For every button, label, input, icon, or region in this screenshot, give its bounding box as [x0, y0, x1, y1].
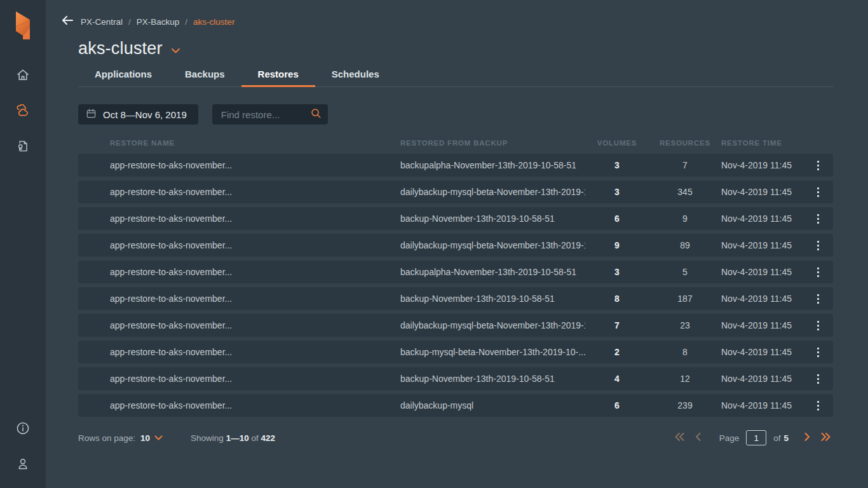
- search-input[interactable]: [221, 109, 310, 120]
- sidebar-item-home[interactable]: [0, 58, 46, 94]
- next-page-button[interactable]: [800, 431, 814, 445]
- row-actions-cell: [803, 158, 833, 173]
- kebab-menu-icon[interactable]: [803, 238, 833, 253]
- restores-table: Restore Name Restored From Backup Volume…: [78, 133, 833, 421]
- volumes-link[interactable]: 6: [614, 400, 620, 410]
- topbar: PX-Central/PX-Backup/aks-cluster: [61, 15, 833, 28]
- volumes-cell: 2: [585, 347, 649, 357]
- volumes-link[interactable]: 6: [614, 214, 620, 224]
- restored-from-backup-cell: backup-mysql-beta-November-13th-2019-10-…: [400, 347, 585, 357]
- portworx-logo[interactable]: [0, 3, 46, 48]
- tab-restores[interactable]: Restores: [241, 65, 315, 87]
- restored-from-backup-cell: backupalpha-November-13th-2019-10-58-51: [400, 160, 585, 170]
- resources-cell: 239: [649, 400, 721, 410]
- last-page-button[interactable]: [819, 431, 833, 445]
- rows-per-page-value: 10: [140, 433, 150, 443]
- chevron-left-icon: [695, 432, 702, 444]
- tab-backups[interactable]: Backups: [168, 65, 241, 87]
- rows-per-page-select[interactable]: Rows on page: 10: [78, 433, 163, 443]
- volumes-cell: 9: [585, 240, 649, 250]
- back-arrow-icon: [61, 15, 74, 28]
- chevron-right-icon: [804, 432, 811, 444]
- breadcrumb-separator: /: [185, 17, 187, 27]
- page-of-label: of: [773, 433, 780, 443]
- volumes-cell: 3: [585, 160, 649, 170]
- calendar-icon: [86, 108, 97, 121]
- restore-time-cell: Nov-4-2019 11:45: [721, 320, 803, 330]
- restore-time-cell: Nov-4-2019 11:45: [721, 374, 803, 384]
- sidebar-item-license[interactable]: [0, 130, 46, 165]
- table-row[interactable]: app-restore-to-aks-november...backup-Nov…: [78, 367, 833, 390]
- table-row[interactable]: app-restore-to-aks-november...backup-Nov…: [78, 207, 833, 230]
- row-actions-cell: [803, 372, 833, 386]
- rows-per-page-label: Rows on page:: [78, 433, 135, 443]
- volumes-link[interactable]: 3: [614, 160, 620, 170]
- volumes-link[interactable]: 3: [614, 187, 620, 197]
- kebab-menu-icon[interactable]: [803, 185, 833, 200]
- tab-bar: ApplicationsBackupsRestoresSchedules: [78, 65, 833, 87]
- double-chevron-left-icon: [674, 432, 685, 444]
- volumes-link[interactable]: 4: [614, 374, 620, 384]
- page-number-input[interactable]: [746, 430, 766, 445]
- cloud-backup-icon: [15, 102, 31, 121]
- sidebar: [0, 0, 46, 488]
- restore-name-cell: app-restore-to-aks-november...: [110, 240, 400, 250]
- kebab-menu-icon[interactable]: [803, 158, 833, 173]
- column-header-restore-name: Restore Name: [110, 139, 400, 147]
- pagination: Page of 5: [672, 430, 833, 445]
- restored-from-backup-cell: dailybackup-mysql: [400, 400, 585, 410]
- volumes-link[interactable]: 7: [614, 320, 620, 330]
- row-actions-cell: [803, 185, 833, 200]
- volumes-link[interactable]: 9: [614, 240, 620, 250]
- row-actions-cell: [803, 318, 833, 333]
- page-title: aks-cluster: [78, 39, 163, 58]
- table-row[interactable]: app-restore-to-aks-november...dailybacku…: [78, 234, 833, 257]
- table-row[interactable]: app-restore-to-aks-november...dailybacku…: [78, 314, 833, 337]
- sidebar-item-cloud-backup[interactable]: [0, 94, 46, 130]
- tab-schedules[interactable]: Schedules: [315, 65, 396, 87]
- search-icon[interactable]: [310, 107, 322, 121]
- kebab-menu-icon[interactable]: [803, 292, 833, 306]
- kebab-menu-icon[interactable]: [803, 345, 833, 360]
- row-actions-cell: [803, 398, 833, 413]
- page-total: 5: [783, 433, 789, 443]
- cluster-dropdown-chevron-icon[interactable]: [171, 45, 180, 57]
- back-button[interactable]: [61, 16, 75, 27]
- table-row[interactable]: app-restore-to-aks-november...backupalph…: [78, 261, 833, 283]
- first-page-button[interactable]: [672, 431, 686, 445]
- kebab-menu-icon[interactable]: [803, 398, 833, 413]
- sidebar-item-user[interactable]: [0, 447, 46, 483]
- table-row[interactable]: app-restore-to-aks-november...dailybacku…: [78, 394, 833, 417]
- table-row[interactable]: app-restore-to-aks-november...backupalph…: [78, 154, 833, 177]
- kebab-menu-icon[interactable]: [803, 212, 833, 226]
- info-icon: [15, 421, 31, 438]
- main-content: PX-Central/PX-Backup/aks-cluster aks-clu…: [46, 0, 868, 488]
- table-row[interactable]: app-restore-to-aks-november...backup-mys…: [78, 341, 833, 363]
- restored-from-backup-cell: dailybackup-mysql-beta-November-13th-201…: [400, 240, 585, 250]
- home-icon: [15, 67, 31, 85]
- restore-name-cell: app-restore-to-aks-november...: [110, 267, 400, 277]
- volumes-link[interactable]: 8: [614, 294, 620, 304]
- sidebar-item-info[interactable]: [0, 412, 46, 447]
- kebab-menu-icon[interactable]: [803, 372, 833, 386]
- restore-name-cell: app-restore-to-aks-november...: [110, 160, 400, 170]
- volumes-cell: 3: [585, 187, 649, 197]
- showing-total: 422: [261, 433, 275, 443]
- sidebar-nav: [0, 58, 46, 165]
- kebab-menu-icon[interactable]: [803, 265, 833, 280]
- tab-applications[interactable]: Applications: [78, 65, 168, 87]
- date-range-picker[interactable]: Oct 8—Nov 6, 2019: [78, 104, 198, 125]
- table-row[interactable]: app-restore-to-aks-november...backup-Nov…: [78, 287, 833, 310]
- breadcrumb-item-px-backup[interactable]: PX-Backup: [137, 17, 180, 27]
- resources-cell: 23: [649, 320, 721, 330]
- breadcrumb-item-px-central[interactable]: PX-Central: [81, 17, 123, 27]
- kebab-menu-icon[interactable]: [803, 318, 833, 333]
- table-row[interactable]: app-restore-to-aks-november...dailybacku…: [78, 180, 833, 203]
- restore-name-cell: app-restore-to-aks-november...: [110, 187, 400, 197]
- resources-cell: 7: [649, 160, 721, 170]
- resources-cell: 345: [649, 187, 721, 197]
- restore-name-cell: app-restore-to-aks-november...: [110, 294, 400, 304]
- volumes-link[interactable]: 3: [614, 267, 620, 277]
- prev-page-button[interactable]: [691, 431, 705, 445]
- volumes-link[interactable]: 2: [614, 347, 620, 357]
